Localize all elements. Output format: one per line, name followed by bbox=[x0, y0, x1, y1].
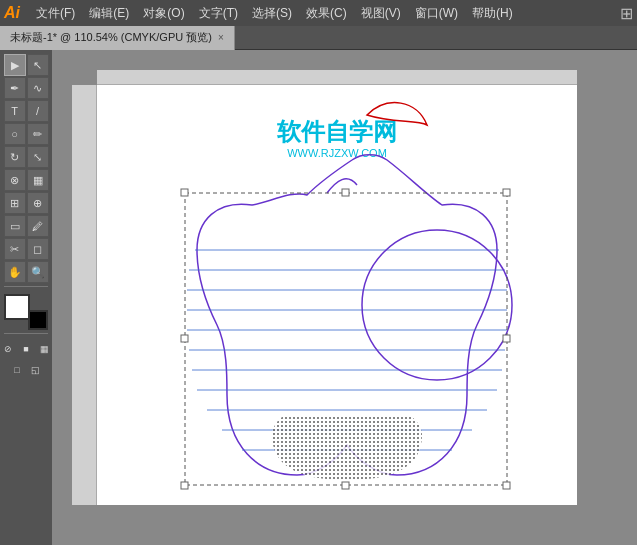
eyedropper-tool[interactable]: 🖉 bbox=[27, 215, 49, 237]
menu-file[interactable]: 文件(F) bbox=[30, 3, 81, 24]
eraser-tool[interactable]: ◻ bbox=[27, 238, 49, 260]
svg-rect-22 bbox=[342, 482, 349, 489]
column-graph-tool[interactable]: ▦ bbox=[27, 169, 49, 191]
svg-rect-19 bbox=[181, 482, 188, 489]
ruler-left bbox=[72, 85, 97, 505]
scale-tool[interactable]: ⤡ bbox=[27, 146, 49, 168]
panel-toggle[interactable]: ⊞ bbox=[620, 4, 633, 23]
menu-select[interactable]: 选择(S) bbox=[246, 3, 298, 24]
svg-rect-17 bbox=[181, 189, 188, 196]
canvas-area[interactable]: 软件自学网 WWW.RJZXW.COM bbox=[52, 50, 637, 545]
svg-text:软件自学网: 软件自学网 bbox=[276, 118, 397, 145]
main-layout: ▶ ↖ ✒ ∿ T / ○ ✏ ↻ ⤡ ⊗ ▦ ⊞ ⊕ ▭ 🖉 bbox=[0, 50, 637, 545]
shape-builder-tool[interactable]: ⊕ bbox=[27, 192, 49, 214]
draw-normal-icon[interactable]: □ bbox=[9, 362, 25, 378]
zoom-tool[interactable]: 🔍 bbox=[27, 261, 49, 283]
menu-text[interactable]: 文字(T) bbox=[193, 3, 244, 24]
gradient-tool[interactable]: ▭ bbox=[4, 215, 26, 237]
ruler-top bbox=[97, 70, 577, 85]
tab-close[interactable]: × bbox=[218, 32, 224, 43]
svg-point-13 bbox=[362, 230, 512, 380]
svg-rect-23 bbox=[181, 335, 188, 342]
tab-bar: 未标题-1* @ 110.54% (CMYK/GPU 预览) × bbox=[0, 26, 637, 50]
blend-tool[interactable]: ⊗ bbox=[4, 169, 26, 191]
pen-tool[interactable]: ✒ bbox=[4, 77, 26, 99]
app-logo: Ai bbox=[4, 4, 20, 22]
scissors-tool[interactable]: ✂ bbox=[4, 238, 26, 260]
direct-select-tool[interactable]: ↖ bbox=[27, 54, 49, 76]
paintbrush-tool[interactable]: ✏ bbox=[27, 123, 49, 145]
menu-edit[interactable]: 编辑(E) bbox=[83, 3, 135, 24]
stroke-color[interactable] bbox=[28, 310, 48, 330]
svg-rect-24 bbox=[503, 335, 510, 342]
color-icon[interactable]: ■ bbox=[18, 341, 34, 357]
hand-tool[interactable]: ✋ bbox=[4, 261, 26, 283]
svg-rect-18 bbox=[503, 189, 510, 196]
mesh-tool[interactable]: ⊞ bbox=[4, 192, 26, 214]
ellipse-tool[interactable]: ○ bbox=[4, 123, 26, 145]
type-tool[interactable]: T bbox=[4, 100, 26, 122]
curvature-tool[interactable]: ∿ bbox=[27, 77, 49, 99]
svg-rect-21 bbox=[342, 189, 349, 196]
canvas-svg: 软件自学网 WWW.RJZXW.COM bbox=[97, 85, 577, 505]
left-toolbar: ▶ ↖ ✒ ∿ T / ○ ✏ ↻ ⤡ ⊗ ▦ ⊞ ⊕ ▭ 🖉 bbox=[0, 50, 52, 545]
menu-window[interactable]: 窗口(W) bbox=[409, 3, 464, 24]
line-tool[interactable]: / bbox=[27, 100, 49, 122]
svg-text:WWW.RJZXW.COM: WWW.RJZXW.COM bbox=[287, 147, 387, 159]
gradient-swatch-icon[interactable]: ▦ bbox=[36, 341, 52, 357]
menu-bar: Ai 文件(F) 编辑(E) 对象(O) 文字(T) 选择(S) 效果(C) 视… bbox=[0, 0, 637, 26]
menu-help[interactable]: 帮助(H) bbox=[466, 3, 519, 24]
tab-title: 未标题-1* @ 110.54% (CMYK/GPU 预览) bbox=[10, 30, 212, 45]
menu-view[interactable]: 视图(V) bbox=[355, 3, 407, 24]
menu-effect[interactable]: 效果(C) bbox=[300, 3, 353, 24]
svg-rect-20 bbox=[503, 482, 510, 489]
color-area bbox=[4, 294, 48, 330]
select-tool[interactable]: ▶ bbox=[4, 54, 26, 76]
rotate-tool[interactable]: ↻ bbox=[4, 146, 26, 168]
draw-behind-icon[interactable]: ◱ bbox=[27, 362, 43, 378]
none-icon[interactable]: ⊘ bbox=[0, 341, 16, 357]
fill-color[interactable] bbox=[4, 294, 30, 320]
document-tab[interactable]: 未标题-1* @ 110.54% (CMYK/GPU 预览) × bbox=[0, 26, 235, 50]
menu-object[interactable]: 对象(O) bbox=[137, 3, 190, 24]
